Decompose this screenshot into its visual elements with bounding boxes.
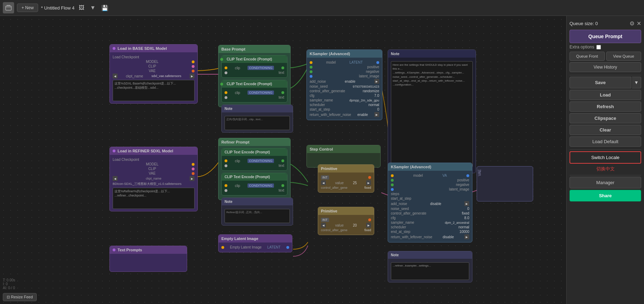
floppy-icon[interactable]: 💾	[100, 3, 110, 13]
node-note-right: Note Here are the settings that SHOULD s…	[388, 49, 476, 173]
extra-options-checkbox[interactable]	[596, 45, 601, 49]
ckpt2-left-btn[interactable]: ◄	[113, 176, 118, 181]
node-primitive-1: Primitive INT ◄ value 25 ► control_after…	[318, 164, 374, 193]
close-panel-btn[interactable]: ✕	[637, 20, 641, 27]
add-noise-btn[interactable]: ►	[374, 79, 379, 84]
node-empty-latent: Empty Latent Image Empty Latent Image LA…	[218, 234, 292, 252]
node-load-refiner: Load in REFINER SDXL Model Load Checkpoi…	[109, 147, 198, 211]
node-base-prompt-header: Base Prompt	[219, 45, 290, 53]
share-button[interactable]: Share	[570, 190, 641, 201]
prim1-left-btn[interactable]: ◄	[321, 180, 326, 185]
node-note-right-header: Note	[388, 50, 476, 58]
manager-button[interactable]: Manager	[570, 177, 641, 188]
clipspace-button[interactable]: Clipspace	[570, 113, 641, 123]
note-refiner-prompt: Note Refiner提示词...正向...负向...	[221, 198, 293, 226]
save-arrow-button[interactable]: ▼	[632, 77, 641, 88]
node-load-base: Load in BASE SDXL Model Load Checkpoint …	[109, 44, 198, 104]
node-refiner-prompt-header: Refiner Prompt	[219, 138, 290, 146]
node-primitive-2: Primitive INT ◄ value 20 ► control_after…	[318, 207, 374, 235]
clip-text-1: CLIP Text Encode (Prompt) clip CONDITION…	[221, 55, 287, 78]
add-noise2-btn[interactable]: ►	[464, 201, 469, 206]
clip-text-3: CLIP Text Encode (Prompt) clip CONDITION…	[221, 148, 287, 171]
logo-icon[interactable]	[3, 2, 14, 13]
load-button[interactable]: Load	[570, 90, 641, 100]
prim1-right-btn[interactable]: ►	[366, 180, 371, 185]
view-queue-button[interactable]: View Queue	[606, 52, 642, 61]
load-default-button[interactable]: Load Default	[570, 136, 641, 147]
ckpt-right-btn[interactable]: ►	[190, 74, 195, 78]
save-button[interactable]: Save	[570, 77, 631, 88]
svg-rect-0	[6, 6, 11, 10]
new-button[interactable]: + New	[17, 4, 38, 12]
note-base-prompt: Note 正向/负向提示词...clip...text...	[221, 105, 293, 133]
save-row: Save ▼	[570, 77, 641, 88]
node-text-prompts-header: Text Prompts	[110, 246, 187, 254]
load-base-note: 这里%SDXL Base%的checkpoint是...以下... ...che…	[113, 80, 195, 101]
node-note-bottom: Note ...refiner...ksampler...settings...	[388, 251, 472, 282]
divider-1	[570, 75, 641, 75]
return-noise2-btn[interactable]: ►	[464, 234, 469, 239]
ckpt2-right-btn[interactable]: ►	[190, 176, 195, 181]
extra-options-row: Extra options	[570, 45, 641, 49]
main-layout: Load in BASE SDXL Model Load Checkpoint …	[0, 16, 644, 304]
clear-button[interactable]: Clear	[570, 125, 641, 135]
topbar: + New * Untitled Flow 4 🖼 ▼ 💾	[0, 0, 644, 16]
node-load-base-header: Load in BASE SDXL Model	[110, 45, 197, 52]
node-load-refiner-header: Load in REFINER SDXL Model	[110, 147, 197, 155]
node-ksampler-main: KSampler (Advanced) model LATENT positiv…	[306, 49, 382, 120]
refresh-button[interactable]: Refresh	[570, 101, 641, 112]
clip-text-2: CLIP Text Encode (Prompt) clip CONDITION…	[221, 80, 287, 103]
status-info: T: 0.00s I: 0 AI: 0 / 0	[3, 278, 15, 290]
node-vae: VAE	[477, 166, 533, 201]
node-refiner-prompt: Refiner Prompt CLIP Text Encode (Prompt)…	[218, 138, 291, 200]
node-base-prompt: Base Prompt CLIP Text Encode (Prompt) cl…	[218, 45, 291, 107]
view-history-button[interactable]: View History	[570, 62, 641, 72]
switch-locale-note: 切换中文	[570, 166, 641, 172]
resize-feed-button[interactable]: ⊡ Resize Feed	[3, 293, 37, 301]
queue-prompt-button[interactable]: Queue Prompt	[570, 30, 641, 43]
image-icon[interactable]: 🖼	[77, 3, 86, 12]
right-panel: Queue size: 0 ⚙ ✕ Queue Prompt Extra opt…	[566, 16, 644, 304]
node-primitive-1-header: Primitive	[318, 165, 374, 173]
divider-3	[570, 175, 641, 175]
node-ksampler-2: KSampler (Advanced) model VA positive ne…	[388, 163, 472, 242]
ckpt-left-btn[interactable]: ◄	[113, 74, 118, 78]
divider-2	[570, 150, 641, 150]
node-text-prompts: Text Prompts	[109, 246, 187, 272]
node-empty-latent-header: Empty Latent Image	[219, 235, 292, 242]
flow-title: * Untitled Flow 4	[41, 5, 74, 11]
node-primitive-2-header: Primitive	[318, 207, 374, 215]
canvas-area[interactable]: Load in BASE SDXL Model Load Checkpoint …	[0, 16, 566, 304]
queue-front-button[interactable]: Queue Front	[570, 52, 605, 61]
clip-text-4: CLIP Text Encode (Prompt) clip CONDITION…	[221, 173, 287, 195]
prim2-left-btn[interactable]: ◄	[321, 223, 326, 228]
node-ksampler-main-header: KSampler (Advanced)	[307, 50, 382, 58]
chevron-down-icon[interactable]: ▼	[89, 3, 97, 12]
prim2-right-btn[interactable]: ►	[366, 223, 371, 228]
node-step-control-header: Step Control	[307, 145, 380, 153]
switch-locale-button[interactable]: Switch Locale	[570, 151, 641, 164]
return-noise-btn[interactable]: ►	[374, 112, 379, 117]
queue-size-title: Queue size: 0 ⚙ ✕	[570, 19, 641, 30]
load-refiner-note: 这里%Refiner%的checkpoint是...以下... ...refin…	[113, 188, 195, 209]
settings-icon-btn[interactable]: ⚙	[630, 20, 634, 27]
node-ksampler-2-header: KSampler (Advanced)	[388, 163, 472, 171]
